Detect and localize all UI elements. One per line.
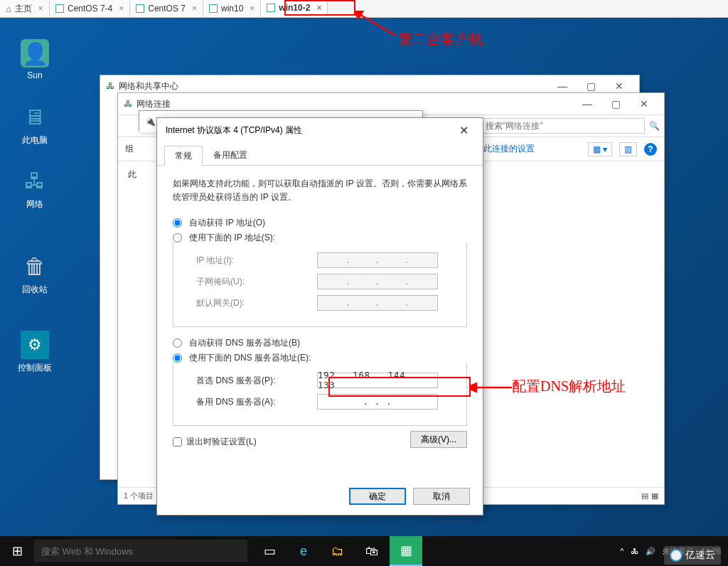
watermark-text: 亿速云 [685, 549, 715, 562]
desktop-icon-sun[interactable]: 👤Sun [10, 39, 60, 80]
desktop: 👤Sun 🖥此电脑 🖧网络 🗑回收站 ⚙控制面板 🖧网络和共享中心 —▢✕ 🖧网… [0, 18, 728, 536]
cortana-search-input[interactable] [34, 540, 247, 562]
advanced-button[interactable]: 高级(V)... [410, 431, 467, 448]
window-controls: —▢✕ [573, 98, 658, 110]
running-window-icon[interactable]: ▦ [390, 536, 422, 566]
help-icon[interactable]: ? [644, 143, 657, 156]
vm-icon [55, 4, 64, 13]
search-input[interactable] [481, 118, 645, 134]
ip-address-field: . . . [317, 252, 438, 268]
subnet-mask-field: . . . [317, 274, 438, 289]
close-button[interactable]: ✕ [454, 121, 474, 140]
radio-input[interactable] [173, 338, 182, 348]
ip-address-label: IP 地址(I): [196, 255, 317, 267]
edge-icon[interactable]: e [287, 536, 320, 566]
dialog-footer: 确定 取消 [349, 488, 470, 505]
minimize-button[interactable]: — [573, 98, 601, 110]
tab-label: CentOS 7 [148, 4, 186, 14]
radio-auto-ip[interactable]: 自动获得 IP 地址(O) [173, 217, 467, 229]
dialog-title: Internet 协议版本 4 (TCP/IPv4) 属性 [166, 124, 302, 137]
icon-label: 控制面板 [10, 362, 60, 374]
vmware-tab-bar: ⌂主页× CentOS 7-4× CentOS 7× win10× win10-… [0, 0, 728, 18]
taskbar-items: ▭ e 🗂 🛍 ▦ [253, 536, 422, 566]
search-icon[interactable]: 🔍 [649, 121, 660, 131]
window-title: 网络连接 [136, 98, 171, 110]
primary-dns-field[interactable]: 192 . 168 . 144 . 133 [317, 373, 438, 388]
group-ip: IP 地址(I):. . . 子网掩码(U):. . . 默认网关(D):. .… [173, 242, 467, 327]
annotation-arrow-2 [471, 381, 513, 394]
maximize-button[interactable]: ▢ [577, 80, 605, 92]
annotation-text-1: 第二台客户机 [398, 30, 483, 49]
radio-input[interactable] [173, 218, 182, 228]
close-button[interactable]: ✕ [630, 98, 658, 110]
tab-win10-2[interactable]: win10-2× [261, 0, 328, 17]
desktop-icon-network[interactable]: 🖧网络 [10, 167, 60, 210]
tab-label: 主页 [15, 3, 32, 15]
dialog-ipv4-properties: Internet 协议版本 4 (TCP/IPv4) 属性 ✕ 常规 备用配置 … [156, 117, 483, 516]
control-panel-icon: ⚙ [21, 331, 49, 359]
radio-auto-dns[interactable]: 自动获得 DNS 服务器地址(B) [173, 337, 467, 349]
radio-label: 使用下面的 IP 地址(S): [189, 232, 275, 244]
annotation-text-2: 配置DNS解析地址 [512, 377, 626, 396]
close-icon[interactable]: × [316, 3, 321, 13]
home-icon: ⌂ [6, 4, 11, 14]
alt-dns-field[interactable]: . . . [317, 394, 438, 410]
primary-dns-label: 首选 DNS 服务器(P): [196, 375, 317, 387]
explorer-icon[interactable]: 🗂 [321, 536, 354, 566]
network-icon: 🖧 [124, 99, 132, 109]
checkbox-label: 退出时验证设置(L) [186, 436, 257, 448]
intro-text: 如果网络支持此功能，则可以获取自动指派的 IP 设置。否则，你需要从网络系统管理… [173, 177, 467, 204]
icon-label: 此电脑 [10, 134, 60, 146]
view-mode-button[interactable]: ▦ ▾ [588, 142, 612, 156]
tab-alternate[interactable]: 备用配置 [203, 145, 258, 165]
view-toggle[interactable]: ▤▦ [641, 491, 658, 501]
close-icon[interactable]: × [119, 4, 124, 14]
preview-pane-button[interactable]: ▥ [619, 142, 637, 156]
ok-button[interactable]: 确定 [349, 488, 406, 505]
vm-icon [136, 4, 144, 13]
window-controls: —▢✕ [548, 80, 633, 92]
volume-tray-icon[interactable]: 🔊 [646, 547, 655, 556]
radio-input[interactable] [173, 353, 182, 363]
task-view-icon[interactable]: ▭ [253, 536, 286, 566]
group-dns: 首选 DNS 服务器(P):192 . 168 . 144 . 133 备用 D… [173, 363, 467, 426]
start-button[interactable]: ⊞ [0, 536, 34, 566]
network-tray-icon[interactable]: 🖧 [631, 547, 638, 555]
minimize-button[interactable]: — [548, 80, 577, 92]
close-icon[interactable]: × [192, 4, 197, 14]
radio-label: 自动获得 DNS 服务器地址(B) [189, 337, 300, 349]
network-icon: 🖧 [106, 81, 114, 91]
ethernet-icon: 🔌 [145, 117, 156, 127]
store-icon[interactable]: 🛍 [355, 536, 388, 566]
tab-win10[interactable]: win10× [203, 0, 261, 17]
monitor-icon: 🖥 [21, 103, 49, 132]
checkbox-input[interactable] [173, 437, 182, 447]
tab-label: CentOS 7-4 [68, 4, 112, 14]
cancel-button[interactable]: 取消 [413, 488, 470, 505]
tab-label: win10 [221, 4, 243, 14]
tray-expand-icon[interactable]: ^ [620, 547, 623, 555]
close-icon[interactable]: × [38, 4, 43, 14]
close-icon[interactable]: × [250, 4, 255, 14]
close-button[interactable]: ✕ [605, 80, 633, 92]
tab-home[interactable]: ⌂主页× [0, 0, 50, 17]
status-item-count: 1 个项目 [124, 491, 154, 500]
tab-centos74[interactable]: CentOS 7-4× [50, 0, 130, 17]
gateway-label: 默认网关(D): [196, 297, 317, 309]
dialog-tabs: 常规 备用配置 [157, 142, 483, 166]
icon-label: Sun [10, 70, 60, 80]
taskbar: ⊞ ▭ e 🗂 🛍 ▦ ^ 🖧 🔊 未安装任 14:26 [0, 536, 728, 566]
tab-centos7[interactable]: CentOS 7× [130, 0, 203, 17]
radio-label: 自动获得 IP 地址(O) [189, 217, 265, 229]
gateway-field: . . . [317, 295, 438, 311]
tab-general[interactable]: 常规 [164, 146, 203, 166]
desktop-icon-thispc[interactable]: 🖥此电脑 [10, 103, 60, 146]
window-title: 网络和共享中心 [119, 80, 178, 92]
desktop-icon-controlpanel[interactable]: ⚙控制面板 [10, 331, 60, 374]
trash-icon: 🗑 [21, 252, 49, 281]
radio-input[interactable] [173, 233, 182, 242]
desktop-icon-recyclebin[interactable]: 🗑回收站 [10, 252, 60, 296]
icon-label: 网络 [10, 198, 60, 210]
tab-label: win10-2 [279, 3, 310, 13]
maximize-button[interactable]: ▢ [601, 98, 630, 110]
